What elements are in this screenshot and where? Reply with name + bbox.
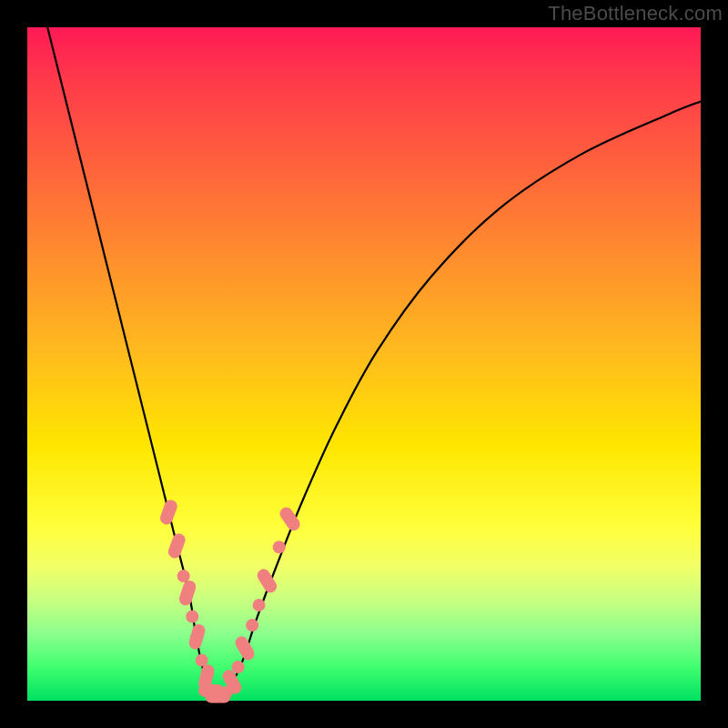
marker-dot [232, 661, 245, 673]
watermark-text: TheBottleneck.com [548, 2, 723, 25]
marker-layer [158, 498, 302, 703]
marker-pill [187, 622, 207, 651]
marker-dot [273, 541, 286, 553]
chart-area [27, 27, 701, 701]
marker-pill [233, 634, 257, 662]
marker-dot [253, 599, 266, 612]
bottleneck-curve [47, 27, 701, 701]
marker-dot [177, 570, 190, 582]
marker-dot [196, 654, 208, 667]
marker-pill [177, 579, 197, 607]
chart-svg [27, 27, 701, 701]
marker-pill [167, 531, 187, 560]
marker-dot [246, 619, 258, 632]
marker-pill [158, 498, 179, 526]
marker-dot [186, 611, 198, 623]
